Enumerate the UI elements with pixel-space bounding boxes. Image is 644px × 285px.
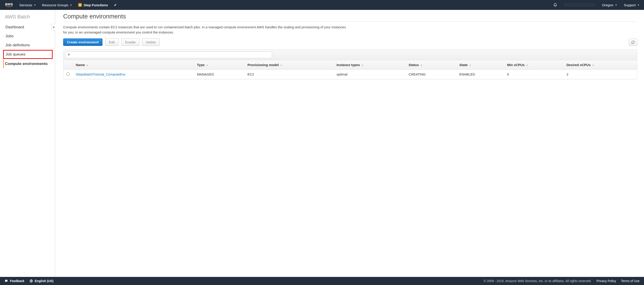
- account-menu-redacted[interactable]: [564, 3, 596, 7]
- main-layout: AWS Batch Dashboard Jobs Job definitions…: [0, 10, 644, 277]
- sidebar-item-jobs[interactable]: Jobs: [3, 32, 52, 40]
- sort-icon: ▼: [206, 64, 208, 66]
- sort-icon: ▼: [86, 64, 88, 66]
- sidebar: AWS Batch Dashboard Jobs Job definitions…: [0, 10, 55, 277]
- sort-icon: ▼: [420, 64, 422, 66]
- page-description: Compute environments contain EC2 instanc…: [63, 25, 346, 35]
- content-area: Compute environments Compute environment…: [55, 10, 644, 277]
- chevron-down-icon: ▼: [615, 4, 617, 6]
- aws-logo[interactable]: aws: [4, 2, 14, 8]
- feedback-label: Feedback: [10, 279, 24, 283]
- aws-smile-icon: [4, 6, 14, 8]
- support-label: Support: [624, 3, 636, 7]
- resource-groups-menu[interactable]: Resource Groups ▼: [42, 3, 72, 7]
- col-desired-vcpus[interactable]: Desired vCPUs▼: [563, 60, 637, 70]
- support-menu[interactable]: Support ▼: [624, 3, 640, 7]
- create-environment-button[interactable]: Create environment: [63, 38, 102, 46]
- col-select: [64, 60, 72, 70]
- enable-button[interactable]: Enable: [122, 38, 140, 46]
- sidebar-item-dashboard[interactable]: Dashboard: [3, 23, 52, 32]
- terms-of-use-link[interactable]: Terms of Use: [621, 279, 640, 283]
- sidebar-title: AWS Batch: [5, 14, 52, 20]
- table-scroll[interactable]: Name▼ Type▼ Provisioning model▼ Instance…: [63, 60, 637, 79]
- chevron-down-icon: ▼: [70, 4, 72, 6]
- filter-icon: [67, 53, 70, 56]
- step-functions-icon: [78, 3, 82, 7]
- top-nav: aws Services ▼ Resource Groups ▼ Step Fu…: [0, 0, 644, 10]
- sort-icon: ▼: [361, 64, 364, 66]
- cell-instance-types: optimal: [333, 70, 406, 79]
- language-label: English (US): [35, 279, 54, 283]
- privacy-policy-link[interactable]: Privacy Policy: [596, 279, 616, 283]
- footer: Feedback English (US) © 2008 - 2019, Ama…: [0, 277, 644, 285]
- cell-desired-vcpus: 2: [563, 70, 637, 79]
- region-menu[interactable]: Oregon ▼: [602, 3, 617, 7]
- top-right-group: Oregon ▼ Support ▼: [553, 3, 640, 7]
- sidebar-collapse-handle[interactable]: ◀: [51, 24, 55, 30]
- sidebar-item-job-queues[interactable]: Job queues: [3, 50, 52, 59]
- col-state[interactable]: State▼: [456, 60, 504, 70]
- step-functions-link[interactable]: Step Functions: [78, 3, 108, 7]
- cell-min-vcpus: 0: [504, 70, 564, 79]
- env-name-link[interactable]: StepsBatchTutorial_ComputeEnv: [76, 72, 126, 76]
- filter-input[interactable]: [65, 52, 272, 58]
- globe-icon: [30, 279, 33, 283]
- sort-icon: ▼: [469, 64, 471, 66]
- col-min-vcpus[interactable]: Min vCPUs▼: [504, 60, 564, 70]
- col-name[interactable]: Name▼: [72, 60, 194, 70]
- region-label: Oregon: [602, 3, 614, 7]
- cell-provisioning: EC2: [244, 70, 333, 79]
- cell-type: MANAGED: [194, 70, 244, 79]
- cell-status: CREATING: [406, 70, 456, 79]
- svg-rect-1: [79, 4, 81, 6]
- compute-environments-table: Name▼ Type▼ Provisioning model▼ Instance…: [64, 60, 637, 79]
- col-status[interactable]: Status▼: [406, 60, 456, 70]
- feedback-link[interactable]: Feedback: [4, 279, 24, 283]
- language-selector[interactable]: English (US): [30, 279, 54, 283]
- services-label: Services: [19, 3, 32, 7]
- row-select-radio[interactable]: [66, 72, 70, 76]
- sort-icon: ▼: [526, 64, 528, 66]
- chevron-down-icon: ▼: [637, 4, 640, 6]
- refresh-icon: [631, 40, 635, 44]
- copyright-text: © 2008 - 2019, Amazon Web Services, Inc.…: [484, 279, 592, 283]
- col-instance-types[interactable]: Instance types▼: [333, 60, 406, 70]
- sidebar-item-compute-environments[interactable]: Compute environments: [3, 59, 52, 68]
- sort-icon: ▼: [280, 64, 282, 66]
- pin-icon[interactable]: [114, 3, 117, 6]
- notifications-icon[interactable]: [553, 3, 557, 7]
- services-menu[interactable]: Services ▼: [19, 3, 36, 7]
- filter-bar: [63, 50, 637, 60]
- col-provisioning[interactable]: Provisioning model▼: [244, 60, 333, 70]
- page-title: Compute environments: [63, 13, 637, 22]
- aws-logo-text: aws: [5, 2, 13, 6]
- chevron-down-icon: ▼: [34, 4, 36, 6]
- cell-state: ENABLED: [456, 70, 504, 79]
- sort-icon: ▼: [592, 64, 594, 66]
- speech-bubble-icon: [4, 279, 8, 283]
- step-functions-label: Step Functions: [84, 3, 108, 7]
- resource-groups-label: Resource Groups: [42, 3, 68, 7]
- refresh-button[interactable]: [629, 39, 637, 46]
- action-row: Create environment Edit Enable Delete: [63, 38, 637, 46]
- col-type[interactable]: Type▼: [194, 60, 244, 70]
- edit-button[interactable]: Edit: [105, 38, 119, 46]
- delete-button[interactable]: Delete: [142, 38, 159, 46]
- sidebar-item-job-definitions[interactable]: Job definitions: [3, 41, 52, 50]
- table-row[interactable]: StepsBatchTutorial_ComputeEnv MANAGED EC…: [64, 70, 637, 79]
